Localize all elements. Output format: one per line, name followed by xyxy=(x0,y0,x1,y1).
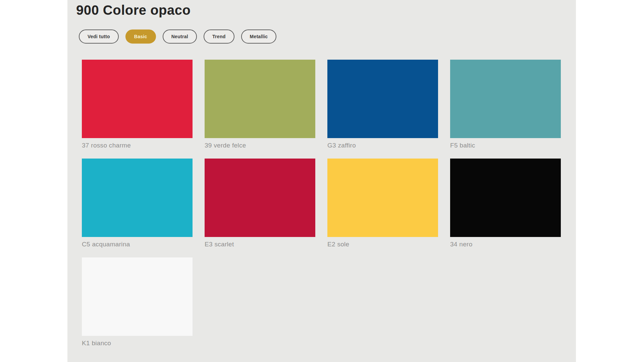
filter-pill-metallic[interactable]: Metallic xyxy=(241,29,277,44)
swatch-label: 39 verde felce xyxy=(205,141,315,150)
filter-pill-row: Vedi tutto Basic Neutral Trend Metallic xyxy=(79,29,576,44)
color-swatch-zaffiro[interactable] xyxy=(327,60,438,138)
color-swatch-rosso-charme[interactable] xyxy=(82,60,193,138)
swatch-cell: 34 nero xyxy=(450,159,561,249)
swatch-cell: E3 scarlet xyxy=(205,159,315,249)
filter-pill-basic[interactable]: Basic xyxy=(125,29,156,44)
color-swatch-acquamarina[interactable] xyxy=(82,159,193,237)
swatch-label: E3 scarlet xyxy=(205,240,315,249)
color-swatch-nero[interactable] xyxy=(450,159,561,237)
page-title: 900 Colore opaco xyxy=(76,3,576,17)
swatch-cell: 37 rosso charme xyxy=(82,60,193,150)
color-swatch-sole[interactable] xyxy=(327,159,438,237)
color-swatch-baltic[interactable] xyxy=(450,60,561,138)
filter-pill-neutral[interactable]: Neutral xyxy=(163,29,197,44)
swatch-grid: 37 rosso charme 39 verde felce G3 zaffir… xyxy=(82,60,576,348)
swatch-label: F5 baltic xyxy=(450,141,561,150)
content-area: 900 Colore opaco Vedi tutto Basic Neutra… xyxy=(67,0,576,348)
swatch-label: 34 nero xyxy=(450,240,561,249)
swatch-cell: K1 bianco xyxy=(82,257,193,348)
color-swatch-verde-felce[interactable] xyxy=(205,60,315,138)
swatch-cell: F5 baltic xyxy=(450,60,561,150)
color-swatch-bianco[interactable] xyxy=(82,257,193,336)
swatch-label: K1 bianco xyxy=(82,339,193,348)
filter-pill-trend[interactable]: Trend xyxy=(204,29,234,44)
swatch-label: C5 acquamarina xyxy=(82,240,193,249)
swatch-cell: 39 verde felce xyxy=(205,60,315,150)
swatch-cell: E2 sole xyxy=(327,159,438,249)
swatch-label: G3 zaffiro xyxy=(327,141,438,150)
content-panel: 900 Colore opaco Vedi tutto Basic Neutra… xyxy=(67,0,576,362)
swatch-cell: G3 zaffiro xyxy=(327,60,438,150)
color-swatch-scarlet[interactable] xyxy=(205,159,315,237)
swatch-label: 37 rosso charme xyxy=(82,141,193,150)
filter-pill-vedi-tutto[interactable]: Vedi tutto xyxy=(79,29,119,44)
swatch-cell: C5 acquamarina xyxy=(82,159,193,249)
swatch-label: E2 sole xyxy=(327,240,438,249)
